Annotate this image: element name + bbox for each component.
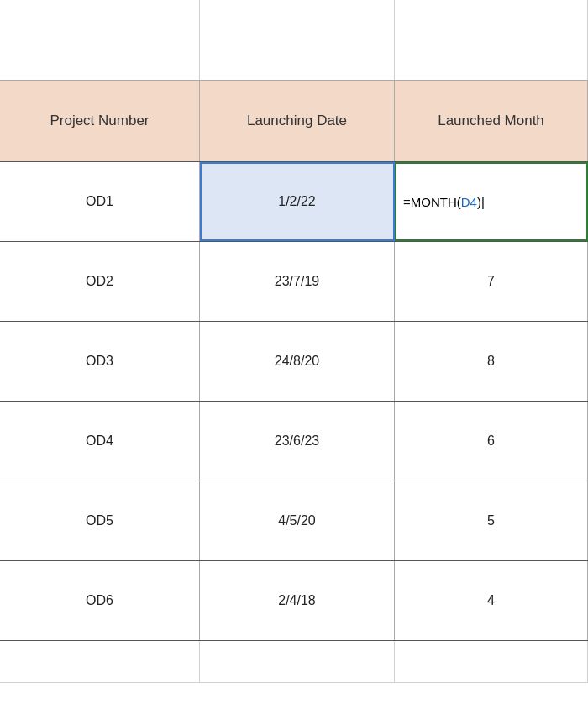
- cell-od2-a[interactable]: OD2: [0, 242, 200, 321]
- header-launching-date: Launching Date: [200, 81, 395, 161]
- table-row: OD1 1/2/22 =MONTH(D4)|: [0, 162, 588, 242]
- header-launched-month: Launched Month: [395, 81, 588, 161]
- header-row: Project Number Launching Date Launched M…: [0, 81, 588, 162]
- table-row: OD5 4/5/20 5: [0, 481, 588, 561]
- empty-top-c: [395, 0, 588, 80]
- cell-od4-b[interactable]: 23/6/23: [200, 402, 395, 481]
- cell-od3-a[interactable]: OD3: [0, 322, 200, 401]
- cell-od3-c[interactable]: 8: [395, 322, 588, 401]
- cell-od1-b[interactable]: 1/2/22: [200, 162, 395, 241]
- cell-od3-b[interactable]: 24/8/20: [200, 322, 395, 401]
- empty-bottom-row: [0, 641, 588, 683]
- cell-od2-b[interactable]: 23/7/19: [200, 242, 395, 321]
- cell-od6-a[interactable]: OD6: [0, 561, 200, 640]
- cell-od1-a[interactable]: OD1: [0, 162, 200, 241]
- table-row: OD6 2/4/18 4: [0, 561, 588, 641]
- empty-top-b: [200, 0, 395, 80]
- spreadsheet: Project Number Launching Date Launched M…: [0, 0, 588, 704]
- cell-od6-b[interactable]: 2/4/18: [200, 561, 395, 640]
- cell-od4-a[interactable]: OD4: [0, 402, 200, 481]
- table-row: OD3 24/8/20 8: [0, 322, 588, 402]
- empty-rows-bottom: [0, 641, 588, 704]
- cell-od4-c[interactable]: 6: [395, 402, 588, 481]
- header-project-number: Project Number: [0, 81, 200, 161]
- empty-top-a: [0, 0, 200, 80]
- cell-od5-c[interactable]: 5: [395, 481, 588, 560]
- empty-row-top: [0, 0, 588, 81]
- table-row: OD4 23/6/23 6: [0, 402, 588, 481]
- empty-bottom-b: [200, 641, 395, 682]
- cell-od2-c[interactable]: 7: [395, 242, 588, 321]
- cell-od1-c[interactable]: =MONTH(D4)|: [395, 162, 588, 241]
- cell-od5-a[interactable]: OD5: [0, 481, 200, 560]
- empty-bottom-c: [395, 641, 588, 682]
- cell-od5-b[interactable]: 4/5/20: [200, 481, 395, 560]
- table-row: OD2 23/7/19 7: [0, 242, 588, 322]
- empty-bottom-a: [0, 641, 200, 682]
- cell-od6-c[interactable]: 4: [395, 561, 588, 640]
